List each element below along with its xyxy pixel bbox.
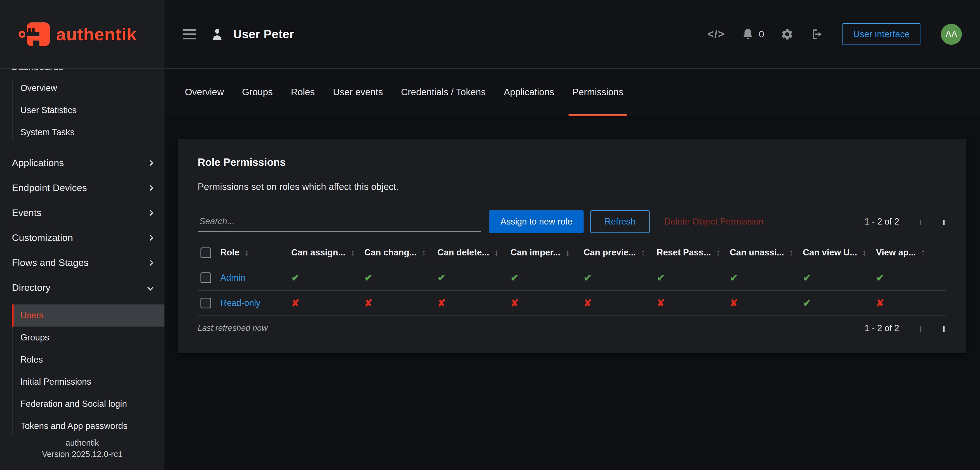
sidebar-item-system-tasks[interactable]: System Tasks bbox=[12, 121, 164, 143]
sidebar-item-user-statistics[interactable]: User Statistics bbox=[12, 99, 164, 121]
refresh-button[interactable]: Refresh bbox=[590, 210, 650, 233]
delete-object-permission-button[interactable]: Delete Object Permission bbox=[664, 217, 764, 227]
pagination-label: 1 - 2 of 2 bbox=[865, 217, 899, 227]
pagination-prev-button[interactable] bbox=[918, 324, 923, 332]
role-link-admin[interactable]: Admin bbox=[220, 273, 245, 283]
permission-cell: ✔ bbox=[361, 265, 435, 290]
permission-cell: ✘ bbox=[435, 290, 508, 316]
sidebar-item-overview[interactable]: Overview bbox=[12, 77, 164, 99]
permission-cell: ✘ bbox=[727, 290, 800, 316]
sort-icon[interactable]: ↕ bbox=[350, 248, 355, 257]
permission-cell: ✘ bbox=[288, 290, 361, 316]
sidebar-item-directory[interactable]: Directory bbox=[0, 275, 164, 300]
permission-cell: ✘ bbox=[581, 290, 654, 316]
tab-roles[interactable]: Roles bbox=[287, 68, 319, 116]
api-browser-icon[interactable]: </> bbox=[708, 28, 725, 40]
tab-overview[interactable]: Overview bbox=[181, 68, 228, 116]
pagination-label: 1 - 2 of 2 bbox=[865, 323, 899, 333]
permission-cell: ✔ bbox=[435, 265, 508, 290]
table-toolbar: Assign to new role Refresh Delete Object… bbox=[198, 210, 946, 233]
sidebar-item-applications[interactable]: Applications bbox=[0, 150, 164, 175]
pagination-next-button[interactable] bbox=[942, 324, 946, 332]
tab-applications[interactable]: Applications bbox=[500, 68, 558, 116]
table-footer: Last refreshed now 1 - 2 of 2 bbox=[198, 323, 946, 333]
sidebar-item-endpoint-devices[interactable]: Endpoint Devices bbox=[0, 175, 164, 200]
dashboards-subnav: Overview User Statistics System Tasks bbox=[12, 77, 164, 143]
sidebar-item-customization[interactable]: Customization bbox=[0, 225, 164, 250]
notifications-button[interactable]: 0 bbox=[741, 28, 764, 41]
column-header-can-impersonate: Can imper...↕ bbox=[508, 240, 581, 265]
row-checkbox[interactable] bbox=[200, 272, 211, 283]
permission-cell: ✘ bbox=[508, 290, 581, 316]
sort-icon[interactable]: ↕ bbox=[789, 248, 794, 257]
table-row-admin: Admin ✔ ✔ ✔ ✔ ✔ ✔ ✔ ✔ ✔ bbox=[198, 265, 946, 290]
bell-icon bbox=[741, 28, 754, 41]
sidebar-logo-area: authentik bbox=[0, 0, 164, 68]
page-title: User Peter bbox=[233, 27, 294, 41]
permission-cell: ✘ bbox=[361, 290, 435, 316]
avatar[interactable]: AA bbox=[941, 24, 962, 45]
tab-user-events[interactable]: User events bbox=[329, 68, 387, 116]
column-header-can-view-user: Can view U...↕ bbox=[800, 240, 873, 265]
user-icon bbox=[210, 27, 224, 41]
sort-icon[interactable]: ↕ bbox=[921, 248, 925, 257]
sort-icon[interactable]: ↕ bbox=[641, 248, 645, 257]
column-header-can-unassign: Can unassi...↕ bbox=[727, 240, 800, 265]
user-detail-tabs: Overview Groups Roles User events Creden… bbox=[164, 68, 980, 116]
permission-cell: ✔ bbox=[508, 265, 581, 290]
permission-cell: ✔ bbox=[288, 265, 361, 290]
sidebar-item-initial-permissions[interactable]: Initial Permissions bbox=[12, 371, 164, 393]
permission-cell: ✘ bbox=[873, 290, 946, 316]
assign-to-new-role-button[interactable]: Assign to new role bbox=[489, 210, 584, 233]
table-header-row: Role↕ Can assign...↕ Can chang...↕ Can d… bbox=[198, 240, 946, 265]
role-link-read-only[interactable]: Read-only bbox=[220, 298, 260, 308]
table-row-read-only: Read-only ✘ ✘ ✘ ✘ ✘ ✘ ✘ ✔ ✘ bbox=[198, 290, 946, 316]
settings-gear-icon[interactable] bbox=[781, 28, 794, 41]
sort-icon[interactable]: ↕ bbox=[565, 248, 570, 257]
search-input[interactable] bbox=[198, 212, 481, 232]
sort-icon[interactable]: ↕ bbox=[245, 248, 249, 257]
sort-icon[interactable]: ↕ bbox=[716, 248, 720, 257]
sign-out-icon[interactable] bbox=[810, 28, 823, 41]
sort-icon[interactable]: ↕ bbox=[422, 248, 426, 257]
sort-icon[interactable]: ↕ bbox=[494, 248, 498, 257]
column-header-can-preview: Can previe...↕ bbox=[581, 240, 654, 265]
sidebar-item-flows-and-stages[interactable]: Flows and Stages bbox=[0, 250, 164, 275]
sidebar-footer: authentik Version 2025.12.0-rc1 bbox=[0, 437, 164, 470]
pagination-top: 1 - 2 of 2 bbox=[865, 217, 946, 227]
row-checkbox[interactable] bbox=[200, 298, 211, 308]
chevron-right-icon bbox=[148, 160, 153, 165]
sort-icon[interactable]: ↕ bbox=[862, 248, 867, 257]
permission-cell: ✔ bbox=[727, 265, 800, 290]
sidebar-sections: Applications Endpoint Devices Events Cus… bbox=[0, 150, 164, 300]
sidebar-item-federation-social-login[interactable]: Federation and Social login bbox=[12, 393, 164, 415]
sidebar-item-tokens-app-passwords[interactable]: Tokens and App passwords bbox=[12, 415, 164, 437]
sidebar-item-users[interactable]: Users bbox=[12, 305, 164, 327]
chevron-down-icon bbox=[148, 284, 153, 290]
sidebar-item-events[interactable]: Events bbox=[0, 200, 164, 225]
tab-permissions[interactable]: Permissions bbox=[568, 68, 628, 116]
column-header-view-application: View ap...↕ bbox=[873, 240, 946, 265]
tab-groups[interactable]: Groups bbox=[238, 68, 277, 116]
permission-cell: ✔ bbox=[654, 265, 727, 290]
sidebar-toggle-button[interactable] bbox=[183, 29, 196, 40]
column-header-can-change: Can chang...↕ bbox=[361, 240, 435, 265]
notification-count: 0 bbox=[759, 29, 764, 40]
pagination-bottom: 1 - 2 of 2 bbox=[865, 323, 946, 333]
column-header-reset-password: Reset Pass...↕ bbox=[654, 240, 727, 265]
sidebar-item-roles[interactable]: Roles bbox=[12, 349, 164, 371]
user-interface-button[interactable]: User interface bbox=[842, 23, 920, 45]
chevron-right-icon bbox=[148, 184, 153, 191]
permission-cell: ✔ bbox=[800, 265, 873, 290]
sidebar-nav: Dashboards Overview User Statistics Syst… bbox=[0, 68, 164, 470]
tab-credentials-tokens[interactable]: Credentials / Tokens bbox=[397, 68, 490, 116]
column-header-role: Role↕ bbox=[218, 240, 288, 265]
pagination-next-button[interactable] bbox=[942, 218, 946, 225]
sidebar-item-dashboards-clipped[interactable]: Dashboards bbox=[0, 68, 164, 73]
select-all-checkbox[interactable] bbox=[200, 248, 211, 258]
role-permissions-card: Role Permissions Permissions set on role… bbox=[178, 139, 966, 353]
pagination-prev-button[interactable] bbox=[918, 218, 923, 225]
role-permissions-table: Role↕ Can assign...↕ Can chang...↕ Can d… bbox=[198, 240, 946, 316]
sidebar-item-groups[interactable]: Groups bbox=[12, 327, 164, 349]
permission-cell: ✔ bbox=[581, 265, 654, 290]
